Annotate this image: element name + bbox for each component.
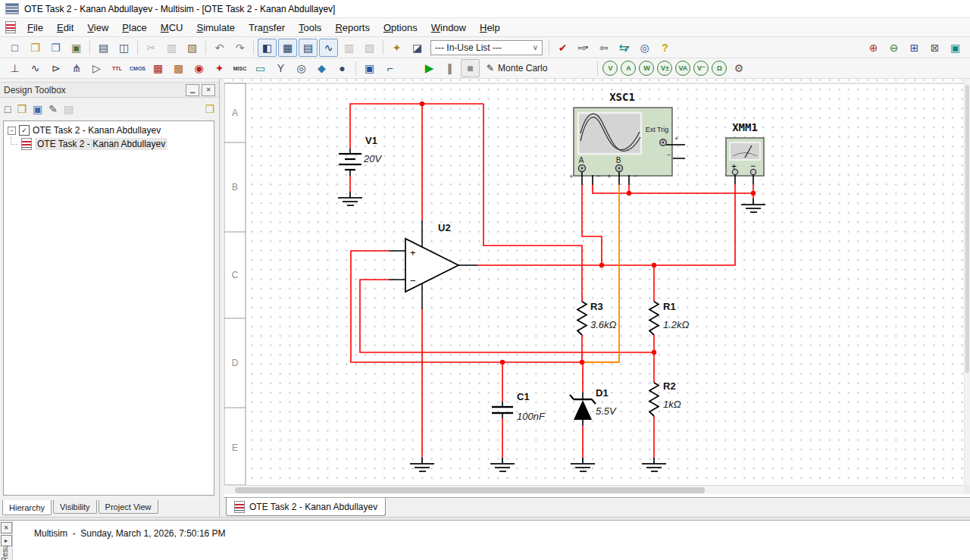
r1-resistor[interactable]	[649, 302, 659, 335]
panel-close-button[interactable]: ✕	[202, 84, 215, 96]
help-button[interactable]: ?	[656, 39, 674, 57]
canvas-horizontal-scrollbar[interactable]	[224, 485, 964, 494]
tree-child-label[interactable]: OTE Task 2 - Kanan Abdullayev	[35, 138, 167, 150]
voltage-current-probe-button[interactable]: VA	[675, 61, 690, 76]
wire-scope-a-plus[interactable]	[582, 185, 602, 265]
d1-value-label[interactable]: 5.5V	[596, 405, 617, 417]
r2-value-label[interactable]: 1kΩ	[663, 399, 681, 410]
database-manager-button[interactable]: ◪	[408, 39, 427, 57]
menu-simulate[interactable]: Simulate	[189, 20, 242, 36]
r3-value-label[interactable]: 3.6kΩ	[590, 319, 617, 330]
zoom-out-button[interactable]: ⊖	[884, 39, 903, 57]
place-peripherals-button[interactable]: ▭	[251, 59, 270, 77]
xsc1-oscilloscope[interactable]: Ext Trig + − A B + − + −	[569, 108, 685, 185]
place-connectors-button[interactable]: ●	[333, 59, 352, 77]
c1-ref-label[interactable]: C1	[517, 391, 530, 402]
toolbox-hierarchy-button[interactable]: ▤	[64, 103, 74, 115]
menu-help[interactable]: Help	[473, 20, 507, 36]
u2-opamp[interactable]: + −	[389, 221, 477, 309]
c1-value-label[interactable]: 100nF	[517, 411, 546, 422]
v1-battery[interactable]	[339, 149, 361, 176]
in-use-list-combo[interactable]: --- In-Use List --- ∨	[430, 40, 543, 55]
place-electromech-button[interactable]: ◎	[292, 59, 311, 77]
place-cmos-button[interactable]: CMOS	[128, 59, 147, 77]
tree-root-label[interactable]: OTE Task 2 - Kanan Abdullayev	[33, 125, 161, 136]
panel-minimize-button[interactable]: ▁	[186, 84, 199, 96]
tree-root-row[interactable]: − ✓ OTE Task 2 - Kanan Abdullayev	[5, 124, 212, 137]
undo-button[interactable]: ↶	[210, 39, 229, 57]
zoom-in-button[interactable]: ⊕	[864, 39, 883, 57]
copy-button[interactable]: ▥	[162, 39, 181, 57]
transfer-ultiboard-button[interactable]: ⇨▾	[574, 39, 593, 57]
place-mixed-button[interactable]: ▩	[169, 59, 188, 77]
horizontal-scroll-thumb[interactable]	[235, 487, 705, 493]
probe-settings-button[interactable]: ⚙	[729, 59, 748, 77]
tab-visibility[interactable]: Visibility	[53, 500, 97, 514]
document-tab-active[interactable]: OTE Task 2 - Kanan Abdullayev	[226, 498, 386, 516]
r1-ref-label[interactable]: R1	[663, 301, 676, 312]
toggle-grapher-button[interactable]: ∿	[319, 39, 338, 57]
toggle-spreadsheet-button[interactable]: ▦	[278, 39, 297, 57]
run-simulation-button[interactable]: ▶	[420, 59, 439, 77]
ground-r2[interactable]	[642, 458, 666, 471]
d1-ref-label[interactable]: D1	[596, 387, 609, 399]
menu-view[interactable]: View	[80, 20, 115, 36]
c1-capacitor[interactable]	[492, 402, 513, 418]
paste-button[interactable]: ▧	[183, 39, 202, 57]
zoom-fit-button[interactable]: ⊠	[925, 39, 944, 57]
place-transistor-button[interactable]: ⋔	[67, 59, 86, 77]
place-ni-components-button[interactable]: ◆	[312, 59, 331, 77]
r3-ref-label[interactable]: R3	[590, 301, 603, 312]
schematic-canvas[interactable]: A B C D E	[224, 79, 964, 485]
wire-output[interactable]	[477, 186, 735, 265]
place-power-button[interactable]: ✦	[210, 59, 229, 77]
toggle-spice-netlist-button[interactable]: ▤	[299, 39, 318, 57]
place-rf-button[interactable]: Y	[271, 59, 290, 77]
menu-place[interactable]: Place	[115, 20, 154, 36]
ground-opamp[interactable]	[410, 458, 434, 471]
menu-tools[interactable]: Tools	[292, 20, 328, 36]
place-ttl-button[interactable]: TTL	[108, 59, 127, 77]
toggle-design-toolbox-button[interactable]: ◧	[258, 39, 277, 57]
place-hierarchical-block-button[interactable]: ▣	[360, 59, 379, 77]
voltage-ref-probe-button[interactable]: V⁻	[693, 61, 709, 76]
erc-button[interactable]: ✔	[553, 39, 572, 57]
place-misc-digital-button[interactable]: ▦	[149, 59, 167, 77]
r1-value-label[interactable]: 1.2kΩ	[663, 319, 690, 330]
spreadsheet-close-button[interactable]: ✕	[1, 522, 12, 533]
zoom-area-button[interactable]: ⊞	[905, 39, 924, 57]
redo-button[interactable]: ↷	[230, 39, 249, 57]
ground-xmm1[interactable]	[741, 199, 765, 212]
toolbox-new-button[interactable]: □	[5, 103, 11, 115]
menu-file[interactable]: File	[20, 20, 50, 36]
new-button[interactable]: □	[5, 39, 24, 57]
d1-zener-diode[interactable]	[570, 393, 596, 426]
u2-ref-label[interactable]: U2	[438, 222, 451, 233]
r3-resistor[interactable]	[577, 302, 587, 335]
wire-scope-b-zener[interactable]	[582, 185, 619, 362]
xmm1-ref-label[interactable]: XMM1	[732, 121, 758, 133]
place-source-button[interactable]: ⊥	[5, 59, 24, 77]
xmm1-plus-terminal[interactable]	[732, 169, 737, 174]
spreadsheet-nav-button[interactable]: ▸	[1, 535, 12, 546]
print-button[interactable]: ▤	[94, 39, 113, 57]
menu-transfer[interactable]: Transfer	[242, 20, 292, 36]
fullscreen-button[interactable]: ▣	[946, 39, 965, 57]
pause-simulation-button[interactable]: ∥	[440, 59, 459, 77]
wire-noninverting-input[interactable]	[351, 251, 582, 362]
canvas-vertical-scrollbar[interactable]	[964, 79, 970, 485]
find-button[interactable]: ◎	[635, 39, 654, 57]
place-indicator-button[interactable]: ◉	[189, 59, 208, 77]
place-analog-button[interactable]: ▷	[87, 59, 106, 77]
menu-edit[interactable]: Edit	[50, 20, 80, 36]
place-bus-button[interactable]: ⌐	[380, 59, 399, 77]
place-basic-button[interactable]: ∿	[26, 59, 45, 77]
v1-value-label[interactable]: 20V	[363, 153, 382, 164]
v1-ref-label[interactable]: V1	[365, 135, 377, 146]
digital-probe-button[interactable]: Ω	[712, 61, 727, 76]
tree-child-row[interactable]: OTE Task 2 - Kanan Abdullayev	[5, 137, 212, 151]
design-checkbox-icon[interactable]: ✓	[19, 125, 30, 136]
place-misc-button[interactable]: MISC	[230, 59, 249, 77]
toolbox-snapshot-button[interactable]: ❒	[205, 103, 214, 115]
print-preview-button[interactable]: ◫	[114, 39, 133, 57]
